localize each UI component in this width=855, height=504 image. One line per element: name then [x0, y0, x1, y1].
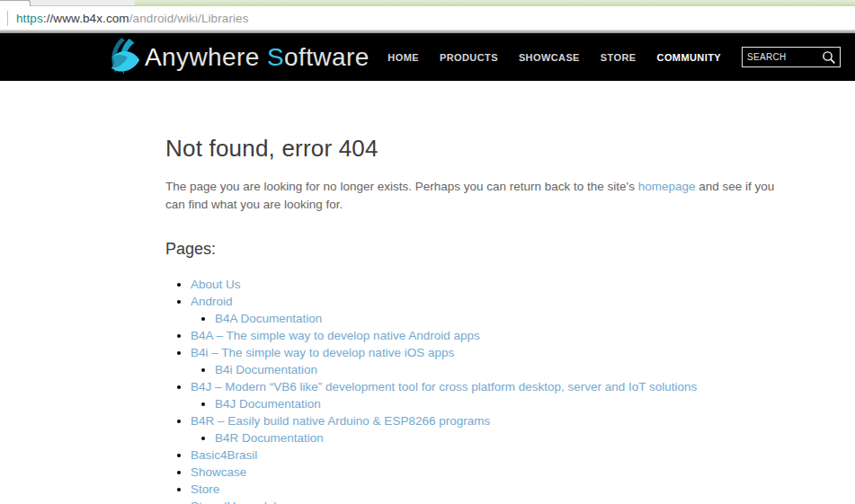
- pages-sublist: B4J Documentation: [191, 395, 855, 412]
- pages-heading: Pages:: [165, 240, 855, 259]
- page-title: Not found, error 404: [165, 135, 855, 163]
- page-link[interactable]: Basic4Brasil: [191, 448, 257, 462]
- homepage-link[interactable]: homepage: [638, 180, 696, 193]
- page-list-item: Store: [191, 481, 855, 498]
- logo[interactable]: Anywhere Software: [105, 39, 370, 76]
- page-link[interactable]: B4A – The simple way to develop native A…: [191, 329, 480, 342]
- page-link[interactable]: B4i – The simple way to develop native i…: [191, 346, 454, 359]
- logo-word1-rest: nywhere: [162, 43, 267, 71]
- search-icon[interactable]: [822, 50, 836, 65]
- page-sublist-item: B4i Documentation: [215, 361, 855, 378]
- page-link[interactable]: B4J – Modern “VB6 like” development tool…: [191, 380, 697, 393]
- page-link[interactable]: Android: [191, 295, 233, 308]
- pages-sublist: B4A Documentation: [191, 310, 855, 327]
- nav-item-products[interactable]: PRODUCTS: [440, 52, 498, 63]
- pages-list: About UsAndroidB4A DocumentationB4A – Th…: [165, 276, 855, 504]
- page-list-item: B4J – Modern “VB6 like” development tool…: [191, 378, 855, 412]
- page-sublink[interactable]: B4J Documentation: [215, 397, 321, 411]
- browser-tab-strip: [0, 0, 855, 6]
- logo-initial-s: S: [267, 43, 284, 71]
- page-sublist-item: B4R Documentation: [215, 429, 855, 447]
- error-page-content: Not found, error 404 The page you are lo…: [0, 81, 855, 504]
- error-message-before: The page you are looking for no longer e…: [165, 180, 638, 193]
- page-list-item: B4A – The simple way to develop native A…: [191, 327, 855, 344]
- tab-strip-background: [135, 0, 855, 6]
- nav-item-showcase[interactable]: SHOWCASE: [519, 52, 580, 63]
- page-list-item: B4R – Easily build native Arduino & ESP8…: [191, 412, 855, 447]
- site-header: Anywhere Software HOME PRODUCTS SHOWCASE…: [0, 33, 855, 81]
- error-message: The page you are looking for no longer e…: [165, 178, 777, 214]
- pages-sublist: B4R Documentation: [191, 429, 855, 447]
- page-list-item: About Us: [191, 276, 855, 293]
- page-link[interactable]: About Us: [191, 278, 241, 291]
- url-host: ://www.b4x.com: [43, 12, 129, 25]
- flame-logo-icon: [105, 37, 143, 76]
- page-list-item: B4i – The simple way to develop native i…: [191, 344, 855, 378]
- page-link[interactable]: B4R – Easily build native Arduino & ESP8…: [191, 414, 490, 428]
- nav-item-store[interactable]: STORE: [601, 52, 637, 63]
- search-input[interactable]: [743, 52, 818, 62]
- pages-sublist: B4i Documentation: [191, 361, 855, 378]
- page-sublist-item: B4A Documentation: [215, 310, 855, 327]
- page-list-item: Basic4Brasil: [191, 447, 855, 464]
- browser-tab[interactable]: [0, 0, 31, 6]
- logo-text: Anywhere Software: [145, 45, 370, 70]
- page-list-item: Store (Upgrade): [191, 498, 855, 504]
- search-box[interactable]: [742, 47, 841, 67]
- logo-initial-a: A: [145, 43, 162, 71]
- page-sublink[interactable]: B4R Documentation: [215, 431, 324, 445]
- nav-item-community[interactable]: COMMUNITY: [657, 52, 721, 63]
- main-nav: HOME PRODUCTS SHOWCASE STORE COMMUNITY: [387, 52, 742, 63]
- url-text[interactable]: https://www.b4x.com/android/wiki/Librari…: [16, 12, 249, 25]
- page-sublink[interactable]: B4i Documentation: [215, 363, 317, 376]
- page-sublink[interactable]: B4A Documentation: [215, 312, 322, 325]
- address-bar[interactable]: https://www.b4x.com/android/wiki/Librari…: [0, 6, 855, 30]
- page-link[interactable]: Store (Upgrade): [191, 500, 278, 504]
- nav-item-home[interactable]: HOME: [387, 52, 419, 63]
- page-link[interactable]: Store: [191, 482, 219, 496]
- url-scheme: https: [16, 12, 43, 25]
- logo-word2-rest: oftware: [284, 43, 370, 71]
- page-list-item: AndroidB4A Documentation: [191, 293, 855, 327]
- page-sublist-item: B4J Documentation: [215, 395, 855, 412]
- page-link[interactable]: Showcase: [191, 465, 246, 479]
- address-bar-separator: [7, 11, 8, 26]
- page-list-item: Showcase: [191, 464, 855, 481]
- url-path: /android/wiki/Libraries: [129, 12, 249, 25]
